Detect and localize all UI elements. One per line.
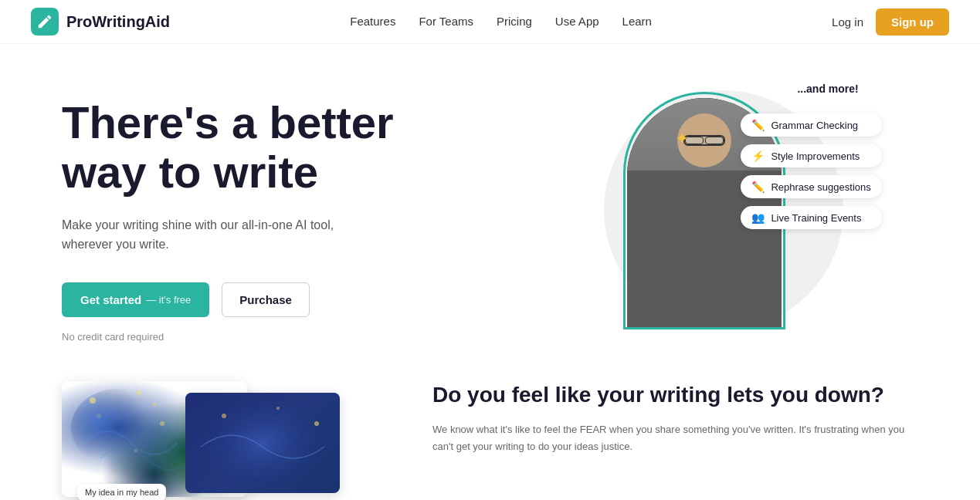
- navbar: ProWritingAid Features For Teams Pricing…: [0, 0, 980, 44]
- svg-point-6: [160, 421, 164, 426]
- nav-item-use-app[interactable]: Use App: [555, 15, 599, 29]
- pill-rephrase-label: Rephrase suggestions: [771, 181, 870, 193]
- no-credit-card-note: No credit card required: [62, 331, 506, 343]
- rephrase-icon: ✏️: [751, 181, 765, 193]
- star-decoration: ✦: [675, 129, 689, 149]
- speech-bubble: My idea in my head: [77, 484, 166, 500]
- svg-point-9: [222, 414, 226, 418]
- second-section: My idea in my head Do you feel like your…: [0, 373, 980, 500]
- signup-button[interactable]: Sign up: [876, 8, 949, 35]
- nav-item-for-teams[interactable]: For Teams: [419, 15, 473, 29]
- second-images: My idea in my head: [62, 373, 340, 497]
- pill-grammar: ✏️ Grammar Checking: [741, 113, 881, 137]
- hero-buttons: Get started — it's free Purchase: [62, 282, 506, 317]
- login-button[interactable]: Log in: [832, 15, 863, 29]
- grammar-icon: ✏️: [751, 119, 765, 131]
- logo-icon: [31, 8, 59, 35]
- nav-item-features[interactable]: Features: [350, 15, 395, 29]
- purchase-button[interactable]: Purchase: [222, 282, 310, 317]
- second-left: My idea in my head: [62, 373, 386, 497]
- hero-visual: ...and more! ✦ ✏️ Grammar Checking ⚡ Sty…: [581, 83, 874, 329]
- svg-point-8: [201, 397, 324, 489]
- hero-subtitle: Make your writing shine with our all-in-…: [62, 215, 355, 255]
- get-started-label: Get started: [80, 293, 141, 306]
- navbar-actions: Log in Sign up: [832, 8, 949, 35]
- hero-title: There's a better way to write: [62, 98, 506, 197]
- pill-training-label: Live Training Events: [771, 212, 861, 224]
- logo-text: ProWritingAid: [66, 13, 170, 31]
- pill-training: 👥 Live Training Events: [741, 206, 881, 229]
- image-card-front: [185, 393, 340, 493]
- training-icon: 👥: [751, 211, 765, 224]
- nav-item-learn[interactable]: Learn: [622, 15, 652, 29]
- pill-grammar-label: Grammar Checking: [771, 120, 858, 131]
- pill-rephrase: ✏️ Rephrase suggestions: [741, 175, 881, 198]
- speech-bubble-text: My idea in my head: [85, 488, 158, 497]
- free-label: — it's free: [146, 294, 191, 306]
- hero-left: There's a better way to write Make your …: [62, 83, 506, 343]
- hero-right: ...and more! ✦ ✏️ Grammar Checking ⚡ Sty…: [506, 83, 950, 329]
- nav-item-pricing[interactable]: Pricing: [497, 15, 532, 29]
- second-title: Do you feel like your writing lets you d…: [432, 381, 918, 409]
- feature-pills: ✏️ Grammar Checking ⚡ Style Improvements…: [741, 113, 881, 229]
- logo[interactable]: ProWritingAid: [31, 8, 170, 35]
- second-text: We know what it's like to feel the FEAR …: [432, 421, 918, 455]
- hero-section: There's a better way to write Make your …: [0, 44, 980, 373]
- svg-point-10: [276, 407, 280, 410]
- pill-style-label: Style Improvements: [771, 150, 860, 162]
- svg-point-3: [137, 390, 141, 395]
- and-more-label: ...and more!: [797, 83, 858, 95]
- pill-style: ⚡ Style Improvements: [741, 144, 881, 167]
- front-image-svg: [185, 393, 340, 493]
- logo-svg: [36, 13, 53, 30]
- svg-point-11: [314, 421, 319, 426]
- nav-links: Features For Teams Pricing Use App Learn: [350, 15, 652, 29]
- svg-point-2: [90, 397, 96, 404]
- get-started-button[interactable]: Get started — it's free: [62, 282, 209, 317]
- second-right: Do you feel like your writing lets you d…: [432, 373, 918, 456]
- style-icon: ⚡: [751, 150, 765, 162]
